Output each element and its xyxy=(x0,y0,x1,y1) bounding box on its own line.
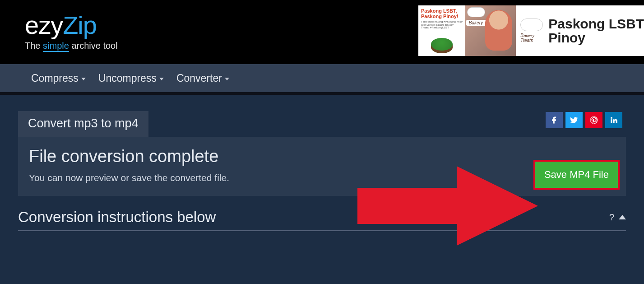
nav-uncompress-label: Uncompress xyxy=(98,72,157,84)
pinterest-icon xyxy=(589,116,598,125)
nav-compress[interactable]: Compress xyxy=(25,69,92,88)
ad-cake-illustration xyxy=(431,38,453,53)
nav-converter-label: Converter xyxy=(176,72,222,84)
chevron-down-icon xyxy=(81,78,86,80)
ad-banner[interactable]: Paskong LSBT, Paskong Pinoy! I-celebrate… xyxy=(418,5,644,56)
logo-wordmark: ezyZip xyxy=(25,13,118,38)
share-pinterest-button[interactable] xyxy=(585,112,602,128)
logo-part-zip: Zip xyxy=(63,13,97,38)
panel-subtext: You can now preview or save the converte… xyxy=(29,172,615,183)
tab-convert-mp3-mp4[interactable]: Convert mp3 to mp4 xyxy=(18,111,148,137)
logo[interactable]: ezyZip The simple archive tool xyxy=(25,13,118,51)
caret-up-icon xyxy=(619,215,626,219)
instructions-heading: Conversion instructions below xyxy=(18,209,216,226)
save-mp4-button[interactable]: Save MP4 File xyxy=(533,160,620,190)
tagline-simple: simple xyxy=(43,41,69,52)
ad-promo-small: I-celebrate na ang #PaskongPinoy with Le… xyxy=(421,20,463,29)
conversion-panel: File conversion complete You can now pre… xyxy=(18,137,626,196)
tab-social-row: Convert mp3 to mp4 xyxy=(18,111,626,137)
tagline-post: archive tool xyxy=(69,41,118,51)
tab-label: Convert mp3 to mp4 xyxy=(28,116,139,130)
ad-headline: Paskong LSBT Pinoy xyxy=(548,17,644,45)
save-button-label: Save MP4 File xyxy=(544,169,609,180)
help-icon: ? xyxy=(609,212,614,223)
share-linkedin-button[interactable] xyxy=(605,112,622,128)
main-nav: Compress Uncompress Converter xyxy=(0,63,644,95)
share-facebook-button[interactable] xyxy=(546,112,563,128)
nav-converter[interactable]: Converter xyxy=(170,69,236,88)
linkedin-icon xyxy=(609,116,618,125)
social-share-bar xyxy=(546,112,622,128)
nav-uncompress[interactable]: Uncompress xyxy=(92,69,170,88)
ad-promo-line1: Paskong LSBT, xyxy=(421,8,463,14)
logo-tagline: The simple archive tool xyxy=(25,41,118,51)
chevron-down-icon xyxy=(225,78,229,80)
twitter-icon xyxy=(570,116,579,125)
ad-promo-card: Paskong LSBT, Paskong Pinoy! I-celebrate… xyxy=(418,5,465,56)
app-header: ezyZip The simple archive tool Paskong L… xyxy=(0,0,644,63)
instructions-toggle[interactable]: ? xyxy=(609,212,626,223)
ad-photo: Bakery Treats xyxy=(465,5,516,56)
ad-badge-icon xyxy=(467,7,485,17)
ad-person-illustration xyxy=(485,10,512,51)
tagline-pre: The xyxy=(25,41,43,51)
ad-badge2-icon xyxy=(520,19,543,31)
nav-compress-label: Compress xyxy=(31,72,79,84)
chevron-down-icon xyxy=(159,78,164,80)
share-twitter-button[interactable] xyxy=(565,112,583,128)
logo-part-ezy: ezy xyxy=(25,13,63,38)
ad-right: Bakery Treats Paskong LSBT Pinoy xyxy=(516,5,644,56)
instructions-header[interactable]: Conversion instructions below ? xyxy=(18,209,626,231)
facebook-icon xyxy=(550,116,559,125)
ad-promo-line2: Paskong Pinoy! xyxy=(421,14,463,19)
main-content: Convert mp3 to mp4 File conversion compl… xyxy=(0,111,644,231)
panel-heading: File conversion complete xyxy=(29,147,615,166)
